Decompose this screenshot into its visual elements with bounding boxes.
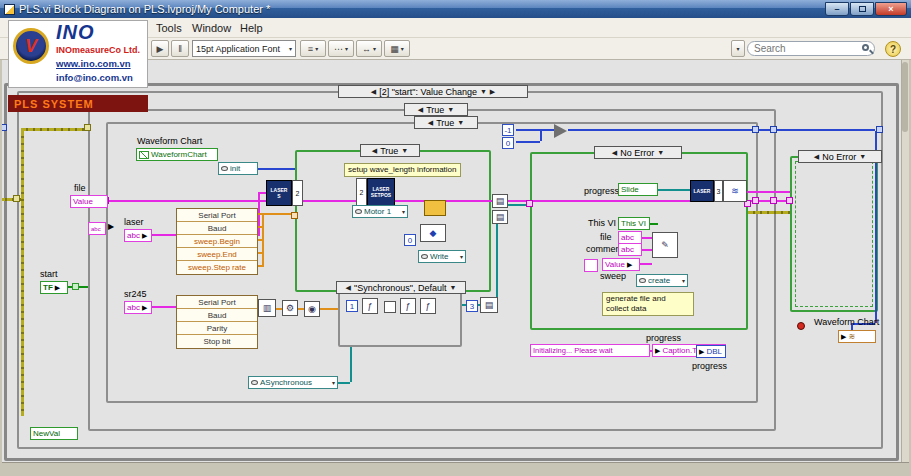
case-inner-dropdown-icon[interactable]: ▼	[457, 119, 464, 126]
waveform-chart-terminal[interactable]: WaveformChart	[136, 148, 218, 161]
cluster-row[interactable]: Baud	[177, 222, 257, 235]
reorder-button[interactable]: ▦▾	[384, 40, 410, 57]
align-objects-button[interactable]: ≡▾	[300, 40, 326, 57]
event-prev-icon[interactable]: ◀	[371, 88, 376, 95]
case-setup-selector[interactable]: ◀ True ▼	[360, 144, 420, 157]
function-icon[interactable]	[384, 301, 396, 313]
case-outer-dropdown-icon[interactable]: ▼	[447, 106, 454, 113]
tool-icon[interactable]	[424, 200, 446, 216]
compare-function-icon[interactable]	[554, 124, 567, 138]
minimize-button[interactable]: –	[825, 2, 849, 16]
slide-terminal[interactable]: Slide	[618, 183, 658, 196]
visa-configure-icon[interactable]: ▥	[258, 299, 276, 317]
numeric-constant-3[interactable]: 3	[466, 300, 478, 312]
array-icon[interactable]: ▤	[480, 297, 498, 313]
case-no-error-selector[interactable]: ◀ No Error ▼	[594, 146, 682, 159]
numeric-constant-neg1[interactable]: -1	[502, 124, 514, 136]
cluster-row[interactable]: sweep.Step rate	[177, 261, 257, 274]
cluster-row[interactable]: sweep.Begin	[177, 235, 257, 248]
case-sync-selector[interactable]: ◀ "Synchronous", Default ▼	[336, 281, 466, 294]
case-inner-prev-icon[interactable]: ◀	[428, 119, 433, 126]
cluster-row[interactable]: Parity	[177, 322, 257, 335]
case-structure-no-error-right[interactable]	[790, 156, 878, 312]
progress-indicator-terminal[interactable]: ▶ DBL	[696, 345, 726, 358]
laser-terminal[interactable]: abc ▶	[124, 229, 152, 242]
asynchronous-selector[interactable]: ASynchronous ▾	[248, 376, 338, 389]
search-scope-dropdown[interactable]: ▾	[731, 40, 745, 57]
menu-window[interactable]: Window	[188, 21, 235, 35]
dropdown-icon[interactable]: ▾	[332, 379, 335, 386]
chart-icon[interactable]: ≋	[723, 180, 747, 202]
case-structure-synchronous[interactable]	[338, 287, 462, 347]
sr245-terminal[interactable]: abc ▶	[124, 301, 152, 314]
laser-setpos-vi-icon[interactable]: LASER SETPOS	[367, 178, 395, 206]
case-outer-selector[interactable]: ◀ True ▼	[404, 103, 468, 116]
run-button[interactable]: ▶	[151, 40, 169, 57]
case-sync-prev-icon[interactable]: ◀	[346, 284, 351, 291]
title-bar[interactable]: PLS.vi Block Diagram on PLS.lvproj/My Co…	[0, 0, 911, 18]
dropdown-icon[interactable]: ▾	[402, 208, 405, 215]
function-icon[interactable]: ƒ	[362, 298, 378, 314]
file-value-terminal[interactable]: Value	[70, 195, 108, 208]
event-structure-selector[interactable]: ◀ [2] "start": Value Change ▼ ▶	[338, 85, 528, 98]
function-icon[interactable]: ƒ	[400, 298, 416, 314]
sr245-config-cluster[interactable]: Serial Port Baud Parity Stop bit	[176, 295, 258, 349]
start-terminal[interactable]: TF ▶	[40, 281, 68, 294]
file-write-vi-icon[interactable]: ✎	[652, 232, 678, 258]
vertical-scrollbar-thumb[interactable]	[902, 62, 908, 132]
case-setup-dropdown-icon[interactable]: ▼	[401, 147, 408, 154]
laser-config-cluster[interactable]: Serial Port Baud sweep.Begin sweep.End s…	[176, 208, 258, 275]
init-message-constant[interactable]: Initializing... Please wait	[530, 344, 650, 357]
resize-objects-button[interactable]: ↔▾	[356, 40, 382, 57]
numeric-constant-0[interactable]: 0	[404, 234, 416, 246]
case-outer-prev-icon[interactable]: ◀	[418, 106, 423, 113]
stop-led-icon[interactable]	[797, 322, 805, 330]
this-vi-terminal[interactable]: This VI	[618, 217, 650, 230]
dial-icon[interactable]: ◉	[304, 301, 320, 317]
pause-button[interactable]: ‖	[171, 40, 189, 57]
cluster-row[interactable]: sweep.End	[177, 248, 257, 261]
init-invoke-node[interactable]: init	[218, 162, 258, 175]
brand-website-link[interactable]: www.ino.com.vn	[56, 58, 131, 69]
menu-help[interactable]: Help	[236, 21, 267, 35]
event-dropdown-icon[interactable]: ▼	[480, 88, 487, 95]
cluster-row[interactable]: Serial Port	[177, 296, 257, 309]
sweep-value-terminal[interactable]: Value ▶	[602, 258, 640, 271]
wrench-icon[interactable]: ◆	[420, 224, 446, 242]
search-icon[interactable]	[862, 44, 869, 51]
create-selector[interactable]: create ▾	[636, 274, 688, 287]
numeric-constant-0b[interactable]: 0	[502, 137, 514, 149]
cluster-row[interactable]: Serial Port	[177, 209, 257, 222]
dropdown-icon[interactable]: ▾	[289, 45, 292, 52]
newval-event-data-node[interactable]: NewVal	[30, 427, 78, 440]
laser-vi-icon[interactable]: LASER	[690, 180, 714, 202]
case-setup-prev-icon[interactable]: ◀	[372, 147, 377, 154]
distribute-objects-button[interactable]: ⋯▾	[328, 40, 354, 57]
menu-tools[interactable]: Tools	[152, 21, 186, 35]
dropdown-icon[interactable]: ▾	[682, 277, 685, 284]
maximize-button[interactable]	[850, 2, 874, 16]
case-no-error-right-dropdown-icon[interactable]: ▼	[859, 153, 866, 160]
waveform-chart-right-terminal[interactable]: ▶ ≋	[838, 330, 876, 343]
case-inner-selector[interactable]: ◀ True ▼	[414, 116, 478, 129]
font-selector[interactable]: 15pt Application Font ▾	[192, 40, 296, 57]
case-no-error-right-selector[interactable]: ◀ No Error ▼	[798, 150, 882, 163]
motor-selector[interactable]: Motor 1 ▾	[352, 205, 408, 218]
array-function-icon[interactable]: ▤	[492, 210, 508, 224]
bundle-icon[interactable]	[584, 259, 598, 272]
string-constant[interactable]: abc	[88, 222, 106, 235]
numeric-constant-1[interactable]: 1	[346, 300, 358, 312]
close-button[interactable]: ×	[875, 2, 907, 16]
search-input[interactable]	[747, 41, 875, 56]
case-no-error-prev-icon[interactable]: ◀	[612, 149, 617, 156]
cluster-row[interactable]: Baud	[177, 309, 257, 322]
write-selector[interactable]: Write ▾	[418, 250, 466, 263]
function-icon[interactable]: ƒ	[420, 298, 436, 314]
cluster-row[interactable]: Stop bit	[177, 335, 257, 348]
comment-string-terminal[interactable]: abc	[618, 243, 642, 256]
case-sync-dropdown-icon[interactable]: ▼	[449, 284, 456, 291]
case-no-error-dropdown-icon[interactable]: ▼	[657, 149, 664, 156]
case-no-error-right-prev-icon[interactable]: ◀	[814, 153, 819, 160]
dropdown-icon[interactable]: ▾	[460, 253, 463, 260]
gear-icon[interactable]: ⚙	[282, 300, 298, 316]
